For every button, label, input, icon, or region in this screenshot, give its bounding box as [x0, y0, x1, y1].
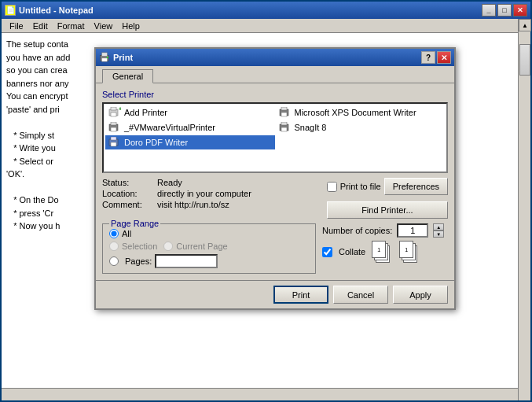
select-printer-label: Select Printer: [102, 90, 448, 99]
printer-name-add: Add Printer: [124, 108, 167, 117]
doro-printer-icon: [108, 137, 121, 148]
tab-general[interactable]: General: [102, 69, 153, 83]
add-printer-icon: +: [108, 107, 121, 118]
spin-down-button[interactable]: ▼: [433, 231, 444, 238]
horizontal-scrollbar[interactable]: [2, 388, 518, 400]
status-value: Ready: [157, 178, 182, 187]
printer-item-doro[interactable]: Doro PDF Writer: [105, 135, 275, 149]
pages-label: Pages:: [125, 256, 152, 266]
radio-current-page[interactable]: [163, 242, 173, 251]
svg-text:+: +: [119, 107, 121, 112]
svg-rect-18: [111, 137, 116, 140]
location-key: Location:: [102, 189, 157, 198]
svg-rect-13: [111, 127, 116, 131]
comment-row: Comment: visit http://run.to/sz: [102, 200, 321, 209]
notepad-icon: 📄: [5, 5, 16, 16]
svg-rect-16: [281, 127, 287, 131]
printer-item-vmware[interactable]: _#VMwareVirtualPrinter: [105, 120, 275, 135]
bottom-sections: Page Range All Selection Current Page Pa…: [102, 223, 448, 274]
svg-rect-9: [281, 107, 287, 110]
comment-key: Comment:: [102, 200, 157, 209]
find-printer-button[interactable]: Find Printer...: [327, 201, 448, 219]
printer-name-xps: Microsoft XPS Document Writer: [295, 108, 416, 117]
radio-current-page-label: Current Page: [176, 242, 227, 251]
close-button[interactable]: ✕: [513, 4, 527, 17]
status-info: Status: Ready Location: directly in your…: [102, 178, 321, 211]
collate-visual: 3 2 1 3 2 1: [369, 241, 421, 263]
vertical-scrollbar[interactable]: ▲: [518, 19, 530, 400]
svg-rect-10: [281, 112, 287, 116]
spin-up-button[interactable]: ▲: [433, 223, 444, 231]
minimize-button[interactable]: _: [482, 4, 496, 17]
print-button[interactable]: Print: [273, 286, 328, 304]
print-to-file-checkbox[interactable]: [327, 182, 337, 192]
radio-all-label: All: [122, 229, 131, 238]
print-to-file-row: Print to file Preferences: [327, 178, 448, 195]
status-buttons: Print to file Preferences Find Printer..…: [327, 178, 448, 219]
print-to-file-label: Print to file: [340, 182, 381, 191]
svg-rect-15: [281, 122, 287, 125]
radio-pages[interactable]: [109, 256, 119, 266]
scroll-up-arrow[interactable]: ▲: [519, 19, 531, 31]
dialog-titlebar-buttons: ? ✕: [421, 51, 451, 64]
svg-rect-19: [111, 142, 116, 146]
collate-row: Collate 3 2 1 3 2 1: [322, 241, 448, 263]
menu-file[interactable]: File: [5, 20, 28, 31]
page-range-legend: Page Range: [109, 219, 160, 228]
printer-item-xps[interactable]: Microsoft XPS Document Writer: [276, 105, 446, 120]
scroll-thumb[interactable]: [519, 44, 530, 76]
apply-button[interactable]: Apply: [393, 286, 448, 304]
svg-rect-2: [102, 58, 108, 61]
dialog-titlebar: Print ? ✕: [96, 49, 454, 66]
pages-input[interactable]: [155, 254, 218, 268]
notepad-menubar: File Edit Format View Help: [2, 19, 530, 33]
maximize-button[interactable]: □: [497, 4, 512, 17]
status-area: Status: Ready Location: directly in your…: [102, 178, 448, 219]
radio-selection[interactable]: [109, 242, 119, 251]
menu-help[interactable]: Help: [117, 20, 145, 31]
svg-rect-6: [111, 112, 116, 116]
collate-checkbox[interactable]: [322, 247, 332, 257]
copies-spinner: ▲ ▼: [433, 223, 444, 238]
radio-all[interactable]: [109, 229, 119, 238]
dialog-close-button[interactable]: ✕: [437, 51, 451, 64]
dialog-footer: Print Cancel Apply: [96, 280, 454, 308]
printer-item-snagit[interactable]: SnagIt 8: [276, 120, 446, 135]
print-dialog: Print ? ✕ General Select Printer +: [94, 47, 456, 310]
printer-name-vmware: _#VMwareVirtualPrinter: [124, 123, 215, 132]
dialog-help-button[interactable]: ?: [421, 51, 435, 64]
radio-selection-label: Selection: [122, 242, 157, 251]
svg-point-3: [107, 57, 108, 58]
dialog-printer-icon: [99, 52, 110, 63]
printer-name-snagit: SnagIt 8: [295, 123, 327, 132]
snagit-printer-icon: [279, 122, 292, 133]
preferences-button[interactable]: Preferences: [384, 178, 448, 195]
xps-printer-icon: [279, 107, 292, 118]
titlebar-buttons: _ □ ✕: [482, 4, 527, 17]
menu-view[interactable]: View: [90, 20, 118, 31]
status-row: Status: Ready: [102, 178, 321, 187]
copies-label: Number of copies:: [322, 226, 392, 235]
vmware-printer-icon: [108, 122, 121, 133]
menu-edit[interactable]: Edit: [28, 20, 53, 31]
copies-section: Number of copies: ▲ ▼ Collate 3 2: [322, 223, 448, 274]
dialog-body: Select Printer + Add Printer: [96, 83, 454, 280]
menu-format[interactable]: Format: [53, 20, 90, 31]
collate-label: Collate: [339, 247, 365, 256]
radio-selection-row: Selection Current Page: [109, 242, 309, 251]
printer-list: + Add Printer Microsoft XPS Document Wri…: [102, 102, 448, 173]
notepad-title: Untitled - Notepad: [19, 6, 482, 15]
notepad-titlebar: 📄 Untitled - Notepad _ □ ✕: [2, 2, 530, 19]
copies-row: Number of copies: ▲ ▼: [322, 223, 448, 238]
cancel-button[interactable]: Cancel: [333, 286, 388, 304]
comment-value: visit http://run.to/sz: [157, 200, 229, 209]
svg-rect-12: [111, 122, 116, 125]
printer-name-doro: Doro PDF Writer: [124, 138, 188, 147]
copies-input[interactable]: [397, 223, 428, 238]
status-key: Status:: [102, 178, 157, 187]
printer-item-add[interactable]: + Add Printer: [105, 105, 275, 120]
page-range-section: Page Range All Selection Current Page Pa…: [102, 223, 316, 274]
dialog-tabs: General: [96, 66, 454, 83]
location-value: directly in your computer: [157, 189, 251, 198]
svg-rect-1: [102, 53, 108, 56]
